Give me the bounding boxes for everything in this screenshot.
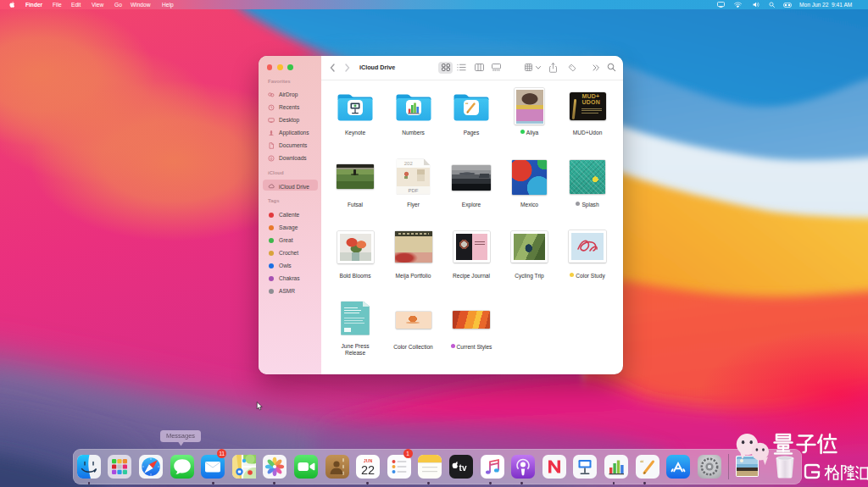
svg-text:JUN: JUN xyxy=(364,457,373,462)
svg-text:tv: tv xyxy=(459,462,466,472)
svg-text:“: “ xyxy=(465,101,469,108)
svg-text:22: 22 xyxy=(361,463,375,477)
svg-text:“: “ xyxy=(640,458,644,467)
